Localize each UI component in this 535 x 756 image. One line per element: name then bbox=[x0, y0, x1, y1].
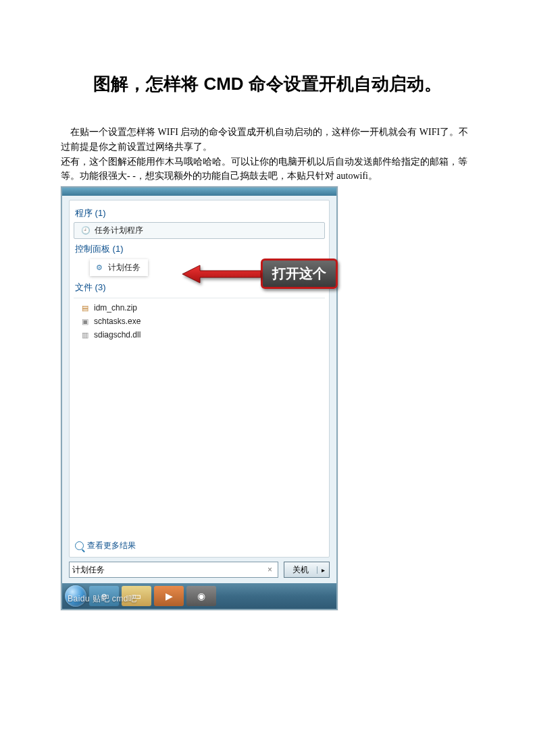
shutdown-label: 关机 bbox=[284, 564, 317, 576]
chevron-right-icon[interactable]: ▸ bbox=[317, 566, 329, 574]
taskbar-mediaplayer[interactable]: ▶ bbox=[154, 586, 184, 606]
annotation-callout: 打开这个 bbox=[180, 259, 338, 289]
result-file[interactable]: ▤ idm_chn.zip bbox=[74, 301, 325, 315]
zip-icon: ▤ bbox=[80, 303, 90, 313]
search-input[interactable] bbox=[72, 565, 265, 575]
section-controlpanel: 控制面板 (1) bbox=[74, 240, 325, 258]
result-label: sdiagschd.dll bbox=[94, 330, 141, 340]
result-file[interactable]: ▥ sdiagschd.dll bbox=[74, 328, 325, 342]
callout-label: 打开这个 bbox=[261, 259, 338, 289]
result-label: 计划任务 bbox=[108, 262, 141, 273]
more-results-label: 查看更多结果 bbox=[87, 540, 136, 551]
result-label: 任务计划程序 bbox=[95, 225, 143, 236]
clock-icon: 🕘 bbox=[81, 226, 91, 236]
search-icon bbox=[75, 541, 84, 550]
dll-icon: ▥ bbox=[80, 330, 90, 340]
window-titlebar-strip bbox=[62, 188, 336, 196]
taskbar: e ▭ ▶ ◉ Baidu 贴吧 cmd吧 bbox=[62, 583, 336, 609]
result-label: idm_chn.zip bbox=[94, 303, 137, 313]
see-more-results[interactable]: 查看更多结果 bbox=[75, 540, 136, 551]
taskbar-chrome[interactable]: ◉ bbox=[186, 586, 216, 606]
taskbar-explorer[interactable]: ▭ bbox=[122, 586, 151, 606]
section-programs: 程序 (1) bbox=[74, 205, 325, 222]
result-label: schtasks.exe bbox=[94, 317, 141, 326]
start-orb[interactable] bbox=[65, 585, 86, 607]
startmenu-screenshot: 程序 (1) 🕘 任务计划程序 控制面板 (1) ⚙ 计划任务 文件 (3) ▤… bbox=[61, 186, 338, 610]
arrow-icon bbox=[180, 263, 261, 286]
result-file[interactable]: ▣ schtasks.exe bbox=[74, 315, 325, 328]
paragraph-1: 在贴一个设置怎样将 WIFI 启动的命令设置成开机自动启动的，这样你一开机就会有… bbox=[61, 125, 474, 154]
control-panel-icon: ⚙ bbox=[95, 263, 104, 273]
exe-icon: ▣ bbox=[80, 317, 90, 326]
result-scheduled-tasks[interactable]: ⚙ 计划任务 bbox=[90, 259, 148, 276]
result-task-scheduler[interactable]: 🕘 任务计划程序 bbox=[74, 222, 325, 239]
shutdown-button[interactable]: 关机 ▸ bbox=[284, 562, 330, 578]
clear-icon[interactable]: × bbox=[265, 565, 275, 574]
taskbar-ie[interactable]: e bbox=[89, 586, 119, 606]
search-results-panel: 程序 (1) 🕘 任务计划程序 控制面板 (1) ⚙ 计划任务 文件 (3) ▤… bbox=[69, 200, 330, 558]
search-input-wrap[interactable]: × bbox=[69, 562, 278, 578]
page-title: 图解，怎样将 CMD 命令设置开机自动启动。 bbox=[61, 68, 474, 101]
divider bbox=[74, 298, 325, 298]
search-row: × 关机 ▸ bbox=[62, 562, 336, 583]
paragraph-2: 还有，这个图解还能用作木马哦哈哈哈。可以让你的电脑开机以后自动发送邮件给指定的邮… bbox=[61, 155, 474, 184]
